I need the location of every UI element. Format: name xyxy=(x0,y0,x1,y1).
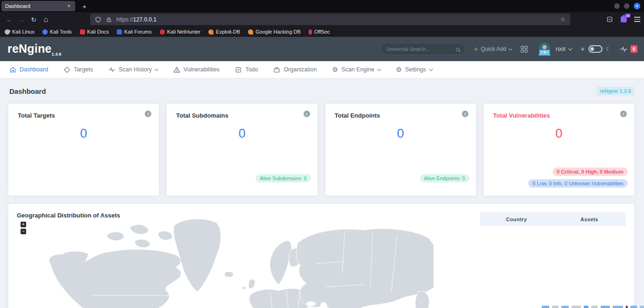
info-icon[interactable]: i xyxy=(145,111,151,117)
geo-distribution-panel: Geographical Distribution of Assets + − xyxy=(8,204,634,308)
total-vulnerabilities-value: 0 xyxy=(493,126,625,141)
quick-add-button[interactable]: + Quick Add xyxy=(474,45,512,53)
scan-count-badge: 0 xyxy=(630,45,637,53)
url-bar[interactable]: https://127.0.0.1 ☆ xyxy=(90,14,570,25)
kali-tools-icon xyxy=(42,29,48,35)
bookmark-kali-forums[interactable]: Kali Forums xyxy=(117,29,152,35)
lock-warning-icon[interactable] xyxy=(106,16,112,23)
username: root xyxy=(556,46,566,52)
geo-assets-table: Country Assets xyxy=(480,212,626,226)
user-menu[interactable]: root xyxy=(537,42,572,56)
bookmark-star-icon[interactable]: ☆ xyxy=(560,16,566,23)
shield-icon[interactable] xyxy=(95,16,101,23)
window-maximize-button[interactable] xyxy=(624,3,630,9)
nav-item-organization[interactable]: Organization xyxy=(273,66,317,73)
universal-search-input[interactable] xyxy=(381,43,466,55)
kali-linux-icon xyxy=(4,28,10,35)
moon-icon[interactable]: ☾ xyxy=(606,46,611,53)
sun-icon[interactable]: ☀ xyxy=(580,46,586,53)
bookmark-kali-tools[interactable]: Kali Tools xyxy=(42,29,72,35)
total-targets-value: 0 xyxy=(18,126,149,141)
page-title: Dashboard xyxy=(9,87,46,95)
extension-button[interactable]: 14 xyxy=(621,16,627,22)
avatar xyxy=(537,42,552,56)
url-scheme: https:// xyxy=(116,16,133,23)
chevron-down-icon xyxy=(155,67,158,70)
alert-triangle-icon xyxy=(173,66,180,73)
window-close-button[interactable]: × xyxy=(634,3,640,9)
theme-switcher: ☀ ☾ xyxy=(580,45,611,53)
bookmark-google-hacking-db[interactable]: Google Hacking DB xyxy=(248,29,301,35)
bookmark-exploit-db[interactable]: Exploit-DB xyxy=(208,29,240,35)
plus-icon: + xyxy=(474,45,478,53)
cutoff-bottom-icons xyxy=(542,306,644,308)
severity-badge: 0 Critical, 0 High, 0 Medium xyxy=(552,168,628,176)
bookmark-kali-linux[interactable]: Kali Linux xyxy=(5,29,35,35)
kali-docs-icon xyxy=(80,29,85,35)
window-minimize-button[interactable] xyxy=(614,3,620,9)
card-total-vulnerabilities: Total Vulnerabilities i 0 0 Critical, 0 … xyxy=(484,104,634,196)
forward-icon[interactable]: → xyxy=(16,12,27,27)
reload-icon[interactable]: ↻ xyxy=(28,12,39,27)
browser-tab[interactable]: Dashboard × xyxy=(1,1,75,11)
activity-icon xyxy=(108,66,115,73)
app-logo[interactable]: reNgine1.3.6 xyxy=(7,42,62,56)
nav-item-targets[interactable]: Targets xyxy=(64,66,93,73)
nav-item-dashboard[interactable]: Dashboard xyxy=(9,66,48,73)
tab-title: Dashboard xyxy=(5,3,66,9)
app-header: reNgine1.3.6 + Quick Add xyxy=(0,37,644,61)
rengine-version-badge: reNgine 1.3.6 xyxy=(597,87,634,95)
exploit-db-icon xyxy=(208,29,213,35)
low-severity-badge: 0 Low, 0 Info, 0 Unknown Vulnerabilities xyxy=(528,179,628,188)
kali-nethunter-icon xyxy=(160,29,165,35)
info-icon[interactable]: i xyxy=(304,111,310,117)
extension-badge: 14 xyxy=(625,14,630,18)
world-map[interactable] xyxy=(18,217,434,308)
window-controls: × xyxy=(614,3,640,9)
nav-item-vulnerabilities[interactable]: Vulnerabilities xyxy=(173,66,219,73)
toolbar-right: 14 xyxy=(606,12,640,27)
stat-cards-row: Total Targets i 0 Total Subdomains i 0 A… xyxy=(8,104,634,196)
alive-endpoints-badge: Alive Endpoints: 0 xyxy=(420,174,469,182)
activity-icon xyxy=(620,45,628,53)
offsec-icon xyxy=(309,29,312,35)
search-icon xyxy=(455,46,461,55)
total-endpoints-value: 0 xyxy=(335,126,467,141)
back-icon[interactable]: ← xyxy=(4,12,15,27)
home-icon xyxy=(9,66,16,73)
gear-icon: ⚙ xyxy=(332,66,338,73)
card-total-endpoints: Total Endpoints i 0 Alive Endpoints: 0 xyxy=(326,104,476,196)
scan-activity[interactable]: 0 xyxy=(620,45,637,53)
bookmark-kali-docs[interactable]: Kali Docs xyxy=(80,29,109,35)
chevron-down-icon xyxy=(429,67,432,70)
new-tab-button[interactable]: + xyxy=(79,1,90,11)
bookmark-offsec[interactable]: OffSec xyxy=(309,29,330,35)
geo-th-assets: Assets xyxy=(553,217,626,222)
bookmarks-bar: Kali Linux Kali Tools Kali Docs Kali For… xyxy=(0,27,644,37)
info-icon[interactable]: i xyxy=(462,111,468,117)
chevron-down-icon xyxy=(568,46,572,50)
apps-grid-icon[interactable] xyxy=(520,45,528,53)
chevron-down-icon xyxy=(509,46,512,50)
card-total-subdomains: Total Subdomains i 0 Alive Subdomains: 0 xyxy=(167,104,317,196)
browser-toolbar: ← → ↻ ⌂ https://127.0.0.1 ☆ xyxy=(0,12,644,27)
app-navbar: Dashboard Targets Scan History Vulnerabi… xyxy=(0,61,644,78)
theme-toggle[interactable] xyxy=(588,45,602,53)
tab-close-icon[interactable]: × xyxy=(66,3,71,9)
google-hacking-db-icon xyxy=(248,29,253,35)
extensions-permission-icon[interactable] xyxy=(606,16,613,23)
nav-item-scan-engine[interactable]: ⚙ Scan Engine xyxy=(332,66,380,73)
kali-forums-icon xyxy=(117,29,122,35)
menu-icon[interactable] xyxy=(634,17,640,22)
nav-item-todo[interactable]: Todo xyxy=(235,66,258,73)
nav-item-scan-history[interactable]: Scan History xyxy=(108,66,158,73)
universal-search xyxy=(381,43,466,55)
browser-tab-bar: Dashboard × + × xyxy=(0,0,644,12)
bookmark-kali-nethunter[interactable]: Kali NetHunter xyxy=(160,29,201,35)
logo-version: 1.3.6 xyxy=(51,52,61,56)
chevron-down-icon xyxy=(377,67,381,70)
total-subdomains-value: 0 xyxy=(176,126,308,141)
nav-item-settings[interactable]: ⚙ Settings xyxy=(396,66,432,73)
home-icon[interactable]: ⌂ xyxy=(40,12,51,27)
info-icon[interactable]: i xyxy=(620,111,627,117)
